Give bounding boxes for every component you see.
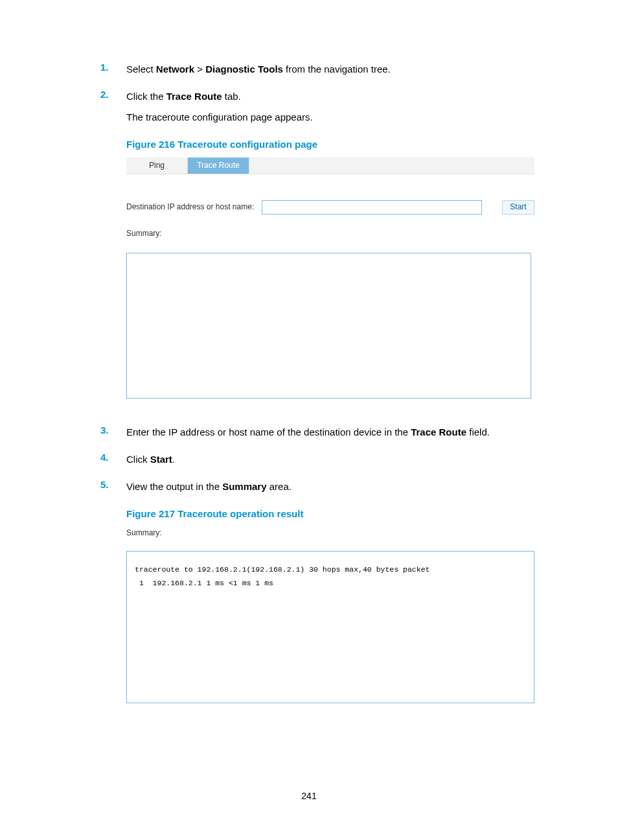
figure-216-caption: Figure 216 Traceroute configuration page bbox=[126, 137, 540, 152]
traceroute-output: traceroute to 192.168.2.1(192.168.2.1) 3… bbox=[126, 551, 534, 703]
summary-label: Summary: bbox=[126, 527, 534, 539]
page-number: 241 bbox=[0, 791, 618, 801]
destination-label: Destination IP address or host name: bbox=[126, 201, 254, 213]
tab-trace-route[interactable]: Trace Route bbox=[188, 158, 249, 174]
step-number: 4. bbox=[100, 452, 126, 472]
step-note: The traceroute configuration page appear… bbox=[126, 110, 540, 125]
step-text: Enter the IP address or host name of the… bbox=[126, 425, 540, 440]
step-text: Click Start. bbox=[126, 452, 540, 467]
summary-output-box bbox=[126, 253, 531, 399]
figure-216: Ping Trace Route Destination IP address … bbox=[126, 158, 534, 399]
step-2: 2. Click the Trace Route tab. The tracer… bbox=[100, 89, 540, 418]
step-number: 2. bbox=[100, 89, 126, 418]
step-3: 3. Enter the IP address or host name of … bbox=[100, 425, 540, 445]
tab-ping[interactable]: Ping bbox=[126, 158, 188, 174]
figure-217: Summary: traceroute to 192.168.2.1(192.1… bbox=[126, 527, 534, 703]
destination-input[interactable] bbox=[262, 200, 482, 215]
step-text: Select Network > Diagnostic Tools from t… bbox=[126, 62, 540, 77]
step-text: View the output in the Summary area. bbox=[126, 479, 540, 495]
start-button[interactable]: Start bbox=[502, 200, 534, 215]
step-number: 3. bbox=[100, 425, 126, 445]
step-number: 1. bbox=[100, 62, 126, 82]
step-text: Click the Trace Route tab. bbox=[126, 89, 540, 104]
step-5: 5. View the output in the Summary area. … bbox=[100, 479, 540, 703]
step-number: 5. bbox=[100, 479, 126, 703]
step-1: 1. Select Network > Diagnostic Tools fro… bbox=[100, 62, 540, 82]
figure-217-caption: Figure 217 Traceroute operation result bbox=[126, 506, 540, 522]
destination-row: Destination IP address or host name: Sta… bbox=[126, 200, 534, 215]
step-4: 4. Click Start. bbox=[100, 452, 540, 472]
summary-label: Summary: bbox=[126, 228, 534, 240]
tab-bar: Ping Trace Route bbox=[126, 158, 534, 174]
